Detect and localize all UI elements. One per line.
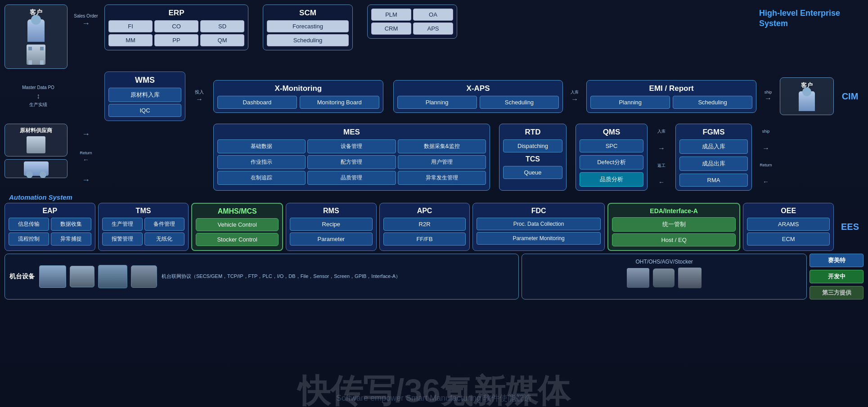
apc-section: APC R2R FF/FB [379,203,470,251]
legend-item2: 开发中 [810,270,864,283]
rework-arrows: 入库 → 返工 ← [650,124,673,191]
high-level-section: High-level Enterprise System [756,4,864,33]
machines-protocol: 机台联网协议（SECS/GEM，TCP/IP，FTP，PLC，I/O，DB，Fi… [162,273,514,281]
eda-items: 统一管制 Host / EQ [612,217,736,246]
mes-item-3: 作业指示 [217,155,306,169]
qms-defect: Defect分析 [580,155,643,170]
wms-section: WMS 原材料入库 IQC [104,72,185,121]
plm-grid: PLM OA CRM APS [371,9,453,35]
plm-item-plm: PLM [371,9,411,21]
eda-title: EDA/Interface-A [612,207,736,215]
fgms-section: FGMS 成品入库 成品出库 RMA [675,124,752,191]
return2-arrow: ← [763,178,769,185]
xmonitoring-section: X-Monitoring Dashboard Monitoring Board [213,80,383,113]
mes-item-4: 配方管理 [307,155,396,169]
apc-r2r: R2R [383,218,466,231]
eap-title: EAP [9,207,91,215]
oht-label: OHT/OHS/AGV/Stocker [636,259,693,265]
oee-arams: ARAMS [747,218,830,231]
amhs-stocker: Stocker Control [196,233,279,246]
amhs-items: Vehicle Control Stocker Control [196,218,279,246]
cim-label-area: CIM [837,91,864,102]
mes-item-0: 基础数据 [217,139,306,153]
machine-icon-1 [39,265,66,288]
main-container: 客户 Sales Order → ERP FI CO SD [0,0,868,407]
production-result-label: 生产实绩 [29,102,47,107]
arrow-right2: → [82,175,90,185]
sales-order-area: Sales Order → [70,4,102,28]
oht-icon-2 [653,268,675,287]
xaps-planning: Planning [397,96,477,109]
ship-arrow-area: ship → [759,90,777,103]
rms-param: Parameter [290,233,373,246]
ship-mid: ship [762,129,770,134]
ees-label: EES [841,222,859,232]
warehouse-in-label: 入库 [571,89,579,95]
scm-forecasting: Forecasting [267,20,349,32]
mes-row: 原材料供应商 → Return ← → M [4,124,864,191]
oee-items: ARAMS ECM [747,218,830,246]
warehouse-arrow-icon: → [571,95,578,103]
erp-item-qm: QM [200,34,244,46]
eda-hosteq: Host / EQ [612,233,736,246]
fdc-title: FDC [477,207,601,215]
xaps-section: X-APS Planning Scheduling [393,80,563,113]
ees-empty [837,124,864,191]
emi-items: Planning Scheduling [590,96,752,109]
tms-item-3: 无纸化 [144,233,185,246]
cim-label: CIM [842,91,859,102]
rms-items: Recipe Parameter [290,218,373,246]
bottom-row: 机台设备 机台联网协议（SECS/GEM，TCP/IP，FTP，PLC，I/O，… [4,254,864,300]
erp-item-mm: MM [108,34,153,46]
machines-label: 机台设备 [9,273,35,281]
eda-section: EDA/Interface-A 统一管制 Host / EQ [607,203,741,251]
customer-building-icon [27,45,45,65]
eap-item-1: 数据收集 [51,218,91,231]
machine-icon-4 [131,265,157,288]
ees-row: EAP 信息传输 数据收集 流程控制 异常捕捉 TMS 生产管理 备件管理 报警… [4,203,864,251]
arrow-right1: → [82,130,90,139]
scm-items: Forecasting Scheduling [267,20,349,46]
fgms-in: 成品入库 [679,139,748,154]
gap5 [569,124,573,191]
wms-iqc: IQC [108,104,181,117]
sales-order-label: Sales Order [74,13,98,19]
machine-icon-2 [70,266,94,287]
wms-mid-spacer [104,124,185,191]
fgms-title: FGMS [679,128,748,137]
watermark-sub: Software empower Smart Manufacturing 软件使… [0,393,868,403]
oht-icon-1 [627,268,649,288]
return-arrow-area: Return ← [80,151,92,163]
automation-label: Automation System [9,193,864,201]
scm-section: SCM Forecasting Scheduling [263,4,353,50]
wms-rawmat: 原材料入库 [108,88,181,102]
high-level-title: High-level Enterprise System [759,8,860,29]
legend-item3: 第三方提供 [810,286,864,300]
rtd-dispatching: Dispatching [503,139,562,152]
eap-section: EAP 信息传输 数据收集 流程控制 异常捕捉 [4,203,95,251]
eap-item-0: 信息传输 [9,218,49,231]
warehouse-in-mid: 入库 [657,129,666,134]
amhs-title: AMHS/MCS [196,207,279,215]
xaps-scheduling: Scheduling [480,96,559,109]
customer-box: 客户 [4,4,67,69]
gap4 [493,124,496,191]
emi-section: EMI / Report Planning Scheduling [586,80,756,113]
supplier-label: 原材料供应商 [20,127,52,134]
oee-ecm: ECM [747,233,830,246]
apc-title: APC [383,207,466,215]
legend-section: 赛美特 开发中 第三方提供 [810,254,864,300]
rtd-tcs: TCS [526,155,540,163]
tms-item-0: 生产管理 [102,218,143,231]
mes-item-5: 用户管理 [398,155,486,169]
apc-items: R2R FF/FB [383,218,466,246]
rework-arrow: ← [658,179,665,186]
plm-section: PLM OA CRM APS [367,4,457,39]
erp-item-co: CO [154,20,198,32]
customer-person-icon [27,19,45,42]
erp-title: ERP [108,9,244,18]
truck-box [4,159,67,178]
eap-grid: 信息传输 数据收集 流程控制 异常捕捉 [9,218,91,246]
eap-item-3: 异常捕捉 [51,233,91,246]
fgms-out: 成品出库 [679,157,748,171]
